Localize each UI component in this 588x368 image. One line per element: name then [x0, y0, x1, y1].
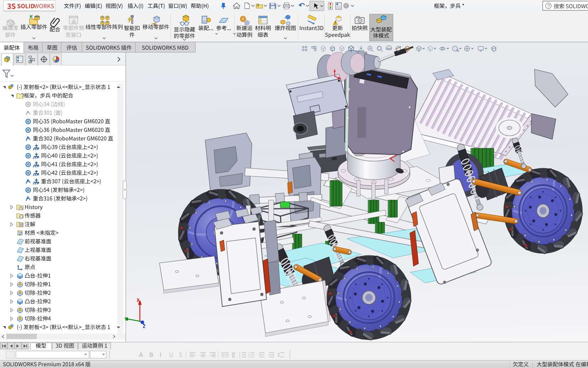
svg-text:!: ! — [335, 21, 336, 25]
svg-text:?: ? — [547, 3, 550, 9]
svg-text:3: 3 — [248, 355, 250, 359]
